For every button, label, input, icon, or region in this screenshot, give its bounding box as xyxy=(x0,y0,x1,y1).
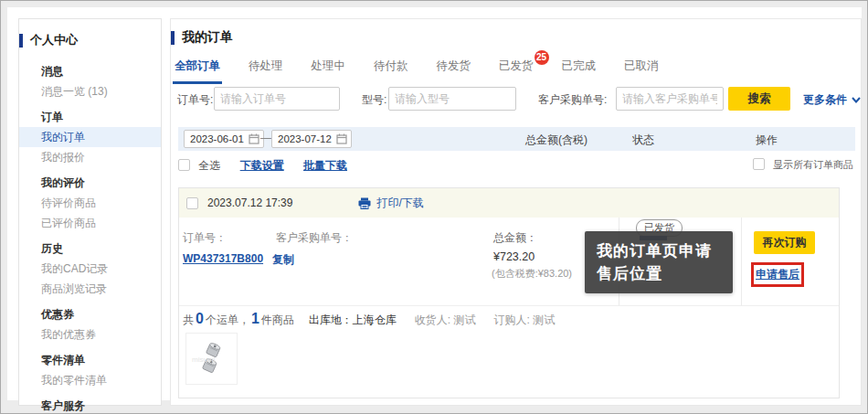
sidebar-item-cad-history[interactable]: 我的CAD记录 xyxy=(19,259,161,279)
screenshot-frame: 个人中心 消息 消息一览 (13) 订单 我的订单 我的报价 我的评价 待评价商… xyxy=(0,0,868,414)
column-header-amount: 总金额(含税) xyxy=(525,133,587,148)
sidebar-item-browse-history[interactable]: 商品浏览记录 xyxy=(19,279,161,299)
title-accent-bar xyxy=(19,34,23,48)
copy-order-no-link[interactable]: 复制 xyxy=(272,252,294,268)
tab-pending[interactable]: 待处理 xyxy=(247,58,285,84)
search-button[interactable]: 搜索 xyxy=(728,87,790,111)
sidebar-item-done-reviews[interactable]: 已评价商品 xyxy=(19,213,161,233)
apply-after-sales-link[interactable]: 申请售后 xyxy=(756,267,799,282)
calendar-icon xyxy=(336,133,347,144)
orderer-info: 订购人: 测试 xyxy=(493,313,555,326)
page-background: 个人中心 消息 消息一览 (13) 订单 我的订单 我的报价 我的评价 待评价商… xyxy=(7,7,862,400)
order-no-label: 订单号: xyxy=(177,92,213,108)
print-download-link[interactable]: 打印/下载 xyxy=(358,196,423,211)
shipments-prefix: 共 xyxy=(183,313,194,326)
sidebar-item-message-list[interactable]: 消息一览 (13) xyxy=(19,81,161,101)
show-all-items-control: 显示所有订单商品 xyxy=(753,158,853,172)
print-download-label: 打印/下载 xyxy=(376,196,423,211)
sidebar-title-row: 个人中心 xyxy=(19,32,161,48)
model-label: 型号: xyxy=(362,92,386,108)
search-row: 订单号: 型号: 客户采购单号: 搜索 更多条件 xyxy=(171,87,863,111)
date-from-field[interactable]: 2023-06-01 xyxy=(184,130,264,148)
tab-cancelled[interactable]: 已取消 xyxy=(622,58,661,84)
page-title-row: 我的订单 xyxy=(171,19,861,46)
shipped-count-badge: 25 xyxy=(535,50,549,65)
order-card: 2023.07.12 17:39 打印/下载 订单号： 客户采购单号： 总金额：… xyxy=(178,187,840,398)
title-accent-bar xyxy=(171,31,175,45)
sidebar-item-my-orders[interactable]: 我的订单 xyxy=(19,127,161,147)
sidebar-section-history: 历史 xyxy=(19,239,161,259)
sidebar-title: 个人中心 xyxy=(30,32,78,48)
date-to-value: 2023-07-12 xyxy=(278,133,332,144)
show-all-items-label: 显示所有订单商品 xyxy=(773,159,853,170)
items-count: 1 xyxy=(249,311,261,326)
sidebar-section-messages: 消息 xyxy=(19,61,161,81)
model-input[interactable] xyxy=(388,87,516,111)
tab-awaiting-payment[interactable]: 待付款 xyxy=(372,58,410,84)
select-all-checkbox[interactable] xyxy=(178,159,190,171)
sidebar-item-my-parts-list[interactable]: 我的零件清单 xyxy=(19,370,161,390)
annotation-tooltip: 我的订单页申请售后位置 xyxy=(585,231,733,293)
sidebar-item-my-quotes[interactable]: 我的报价 xyxy=(19,147,161,167)
tab-awaiting-shipment[interactable]: 待发货 xyxy=(435,58,473,84)
tab-processing[interactable]: 处理中 xyxy=(310,58,348,84)
page-title: 我的订单 xyxy=(182,29,233,46)
tab-completed[interactable]: 已完成 xyxy=(560,58,598,84)
po-label: 客户采购单号: xyxy=(538,92,607,108)
chevron-down-icon xyxy=(852,97,861,103)
column-header-action: 操作 xyxy=(756,133,778,148)
order-summary-line: 共0个运单，1件商品出库地：上海仓库收货人: 测试订购人: 测试 xyxy=(183,311,555,328)
printer-icon xyxy=(358,197,371,209)
sidebar-item-my-coupons[interactable]: 我的优惠券 xyxy=(19,324,161,345)
shipments-mid: 个运单， xyxy=(206,313,249,326)
date-from-value: 2023-06-01 xyxy=(190,133,244,144)
order-no-input[interactable] xyxy=(214,87,340,111)
select-all-label: 全选 xyxy=(198,159,220,172)
filter-bar: 2023-06-01 — 2023-07-12 总金额(含税) 状态 操作 xyxy=(178,127,855,151)
order-no-field-label: 订单号： xyxy=(183,230,227,246)
date-to-field[interactable]: 2023-07-12 xyxy=(271,130,352,148)
order-tax-note: (包含税费:¥83.20) xyxy=(492,267,572,281)
more-filters-label: 更多条件 xyxy=(803,92,847,108)
after-sales-highlight-box: 申请售后 xyxy=(751,262,804,287)
order-status-tabs: 全部订单 待处理 处理中 待付款 待发货 已发货25 已完成 已取消 xyxy=(173,58,861,84)
date-range-dash: — xyxy=(260,132,271,144)
batch-download-link[interactable]: 批量下载 xyxy=(303,159,347,172)
sidebar-section-reviews: 我的评价 xyxy=(19,173,161,193)
sidebar-section-coupons: 优惠券 xyxy=(19,304,161,324)
list-toolbar: 全选 下载设置 批量下载 显示所有订单商品 xyxy=(178,158,855,175)
order-number-link[interactable]: WP437317B800 xyxy=(183,252,263,265)
tab-shipped[interactable]: 已发货25 xyxy=(497,58,535,84)
product-thumbnail[interactable]: misumi xyxy=(185,333,238,385)
consignee-info: 收货人: 测试 xyxy=(415,313,476,326)
amount-field-label: 总金额： xyxy=(493,230,537,246)
order-amount: ¥723.20 xyxy=(493,250,535,263)
order-datetime: 2023.07.12 17:39 xyxy=(207,196,292,209)
tab-shipped-label: 已发货 xyxy=(499,59,534,72)
order-select-checkbox[interactable] xyxy=(186,197,198,209)
po-field-label: 客户采购单号： xyxy=(276,230,353,246)
order-card-body: 订单号： 客户采购单号： 总金额： WP437317B800 复制 ¥723.2… xyxy=(179,218,839,305)
sidebar-section-parts-list: 零件清单 xyxy=(19,350,161,370)
thumbnail-watermark: misumi xyxy=(192,356,215,364)
order-card-header: 2023.07.12 17:39 打印/下载 xyxy=(179,188,839,218)
sidebar: 个人中心 消息 消息一览 (13) 订单 我的订单 我的报价 我的评价 待评价商… xyxy=(18,18,162,406)
main-panel: 我的订单 全部订单 待处理 处理中 待付款 待发货 已发货25 已完成 已取消 … xyxy=(170,18,862,406)
sidebar-item-pending-reviews[interactable]: 待评价商品 xyxy=(19,193,161,213)
column-divider xyxy=(741,218,742,305)
reorder-button[interactable]: 再次订购 xyxy=(754,231,815,254)
items-suffix: 件商品 xyxy=(261,313,294,326)
sidebar-section-orders: 订单 xyxy=(19,107,161,127)
tab-all-orders[interactable]: 全部订单 xyxy=(173,58,222,84)
sidebar-section-customer-service: 客户服务 xyxy=(19,396,161,414)
more-filters-link[interactable]: 更多条件 xyxy=(803,92,861,108)
download-settings-link[interactable]: 下载设置 xyxy=(240,159,284,172)
show-all-items-checkbox[interactable] xyxy=(753,158,765,170)
calendar-icon xyxy=(249,133,259,144)
warehouse-info: 出库地：上海仓库 xyxy=(309,313,397,326)
shipments-count: 0 xyxy=(194,311,206,326)
column-header-status: 状态 xyxy=(632,133,654,148)
po-input[interactable] xyxy=(616,87,724,111)
card-divider xyxy=(179,305,839,306)
